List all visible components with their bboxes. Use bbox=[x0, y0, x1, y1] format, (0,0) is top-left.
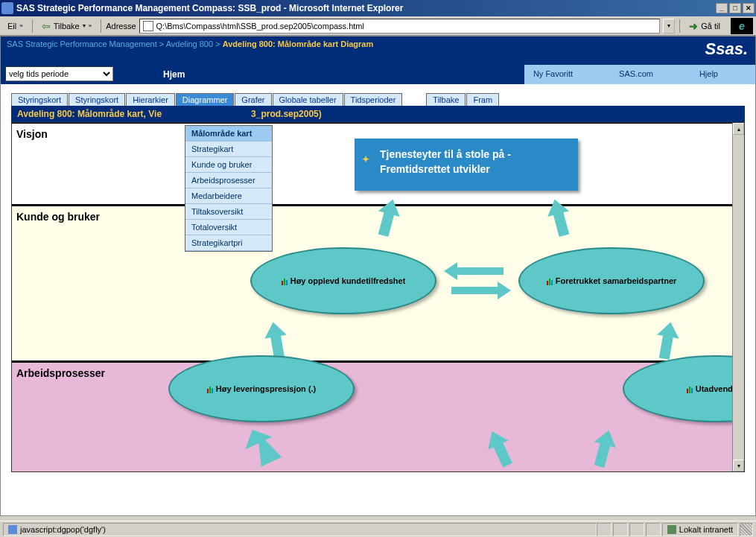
address-bar[interactable]: Q:\Bms\Compass\html\SSB_prod.sep2005\com… bbox=[139, 19, 661, 34]
status-slot bbox=[597, 523, 612, 536]
arrow-icon bbox=[444, 262, 511, 299]
svg-marker-3 bbox=[451, 282, 511, 299]
arrow-icon bbox=[369, 199, 407, 244]
ie-logo: e bbox=[731, 18, 753, 34]
tab-styringskort-2[interactable]: Styringskort bbox=[69, 93, 125, 106]
vertical-scrollbar[interactable]: ▴ ▾ bbox=[732, 123, 744, 471]
nav-favorite[interactable]: Ny Favoritt bbox=[524, 65, 610, 84]
dropdown-item-totaloversikt[interactable]: Totaloversikt bbox=[185, 220, 272, 235]
tab-globale-tabeller[interactable]: Globale tabeller bbox=[273, 93, 343, 106]
status-left: javascript:dgpop('dgfly') bbox=[3, 523, 597, 536]
arrow-icon bbox=[541, 199, 578, 244]
page-icon bbox=[143, 21, 153, 31]
diagrammer-dropdown: Målområde kart Strategikart Kunde og bru… bbox=[185, 125, 273, 252]
status-bar: javascript:dgpop('dgfly') Lokalt intrane… bbox=[0, 521, 756, 537]
main-nav: velg tids periode Hjem Ny Favoritt SAS.c… bbox=[1, 65, 755, 84]
page-icon bbox=[8, 525, 17, 534]
scroll-down-button[interactable]: ▾ bbox=[733, 460, 744, 471]
back-label: Tilbake bbox=[54, 22, 80, 31]
node-utadvendt[interactable]: Utadvendt fa bbox=[623, 355, 745, 422]
breadcrumb-current: Avdeling 800: Målområde kart Diagram bbox=[223, 39, 374, 48]
tab-diagrammer[interactable]: Diagrammer bbox=[176, 93, 235, 106]
dropdown-item-arbeidsprosesser[interactable]: Arbeidsprosesser bbox=[185, 173, 272, 188]
status-slot bbox=[629, 523, 644, 536]
nav-home[interactable]: Hjem bbox=[126, 65, 524, 84]
tab-tidsperioder[interactable]: Tidsperioder bbox=[344, 93, 403, 106]
status-slot bbox=[646, 523, 661, 536]
dropdown-item-kunde[interactable]: Kunde og bruker bbox=[185, 157, 272, 173]
dropdown-item-tiltaksoversikt[interactable]: Tiltaksoversikt bbox=[185, 204, 272, 220]
vision-line2: Fremtidsrettet utvikler bbox=[380, 162, 563, 177]
dropdown-item-malomrade[interactable]: Målområde kart bbox=[185, 126, 272, 142]
status-zone: Lokalt intranett bbox=[662, 523, 738, 536]
close-button[interactable]: ✕ bbox=[743, 3, 755, 13]
node-kundetilfredshet[interactable]: Høy opplevd kundetilfredshet bbox=[250, 247, 436, 314]
node-leveringspresisjon[interactable]: Høy leveringspresisjon (.) bbox=[168, 355, 355, 422]
period-select[interactable]: velg tids periode bbox=[5, 66, 113, 81]
zone-label: Lokalt intranett bbox=[679, 525, 733, 534]
svg-marker-1 bbox=[544, 199, 575, 238]
arrow-icon bbox=[585, 430, 623, 472]
tab-nav-forward[interactable]: Fram bbox=[466, 93, 499, 106]
scroll-up-button[interactable]: ▴ bbox=[733, 123, 744, 135]
breadcrumb: SAS Strategic Performance Management > A… bbox=[1, 36, 755, 65]
band-label-visjon: Visjon bbox=[16, 128, 48, 140]
window-titlebar: SAS Strategic Performance Management Com… bbox=[0, 0, 756, 16]
tab-hierarkier[interactable]: Hierarkier bbox=[126, 93, 175, 106]
file-label: Eil bbox=[7, 22, 16, 31]
band-kunde: Kunde og bruker Høy opplevd kundetilfred… bbox=[12, 205, 744, 361]
address-label: Adresse bbox=[106, 22, 136, 31]
svg-marker-2 bbox=[444, 262, 504, 280]
svg-marker-0 bbox=[372, 199, 404, 238]
arrow-icon bbox=[481, 430, 518, 472]
go-label: Gå til bbox=[701, 22, 720, 31]
svg-marker-7 bbox=[482, 430, 518, 470]
dropdown-item-medarbeidere[interactable]: Medarbeidere bbox=[185, 188, 272, 204]
maximize-button[interactable]: □ bbox=[729, 3, 741, 13]
file-menu[interactable]: Eil » bbox=[3, 20, 28, 32]
tab-styringskort-1[interactable]: Styringskort bbox=[11, 93, 68, 106]
node-samarbeidspartner[interactable]: Foretrukket samarbeidspartner bbox=[518, 247, 705, 314]
intranet-icon bbox=[667, 525, 676, 534]
page-content: SAS Strategic Performance Management > A… bbox=[0, 36, 756, 516]
back-button[interactable]: ⇦ Tilbake ▾ » bbox=[37, 19, 97, 34]
app-icon bbox=[1, 2, 13, 14]
tab-nav-back[interactable]: Tilbake bbox=[426, 93, 466, 106]
breadcrumb-level1[interactable]: Avdeling 800 bbox=[166, 39, 213, 48]
sas-logo: Ssas. bbox=[705, 39, 749, 59]
dropdown-item-strategikart[interactable]: Strategikart bbox=[185, 142, 272, 157]
band-label-kunde: Kunde og bruker bbox=[16, 211, 100, 223]
tab-grafer[interactable]: Grafer bbox=[235, 93, 271, 106]
svg-marker-6 bbox=[243, 426, 282, 470]
svg-marker-5 bbox=[653, 322, 682, 360]
diagram-viewport: Visjon ✦ Tjenesteyter til å stole på - F… bbox=[11, 122, 745, 472]
status-slot bbox=[613, 523, 628, 536]
dropdown-item-strategikartpri[interactable]: Strategikartpri bbox=[185, 235, 272, 251]
band-visjon: Visjon ✦ Tjenesteyter til å stole på - F… bbox=[12, 123, 744, 205]
resize-grip[interactable] bbox=[740, 523, 753, 536]
window-title: SAS Strategic Performance Management Com… bbox=[16, 3, 716, 13]
vision-line1: Tjenesteyter til å stole på - bbox=[380, 147, 563, 162]
nav-help[interactable]: Hjelp bbox=[690, 65, 755, 84]
nav-sas[interactable]: SAS.com bbox=[610, 65, 690, 84]
tabs: Styringskort Styringskort Hierarkier Dia… bbox=[1, 93, 755, 106]
breadcrumb-root[interactable]: SAS Strategic Performance Management bbox=[7, 39, 157, 48]
svg-marker-8 bbox=[588, 430, 620, 469]
address-dropdown[interactable]: ▾ bbox=[663, 19, 675, 34]
go-button[interactable]: ➜Gå til bbox=[684, 20, 725, 32]
vision-box[interactable]: ✦ Tjenesteyter til å stole på - Fremtids… bbox=[355, 139, 578, 191]
band-arbeid: Arbeidsprosesser Høy leveringspresisjon … bbox=[12, 361, 744, 472]
context-bar: Avdeling 800: Målområde kart, Vie3_prod.… bbox=[11, 106, 745, 122]
browser-toolbar: Eil » ⇦ Tilbake ▾ » Adresse Q:\Bms\Compa… bbox=[0, 16, 756, 36]
band-label-arbeid: Arbeidsprosesser bbox=[16, 367, 105, 379]
minimize-button[interactable]: _ bbox=[716, 3, 728, 13]
star-icon: ✦ bbox=[362, 153, 369, 166]
arrow-icon bbox=[243, 426, 288, 471]
address-value: Q:\Bms\Compass\html\SSB_prod.sep2005\com… bbox=[156, 22, 364, 31]
status-text: javascript:dgpop('dgfly') bbox=[20, 525, 106, 534]
